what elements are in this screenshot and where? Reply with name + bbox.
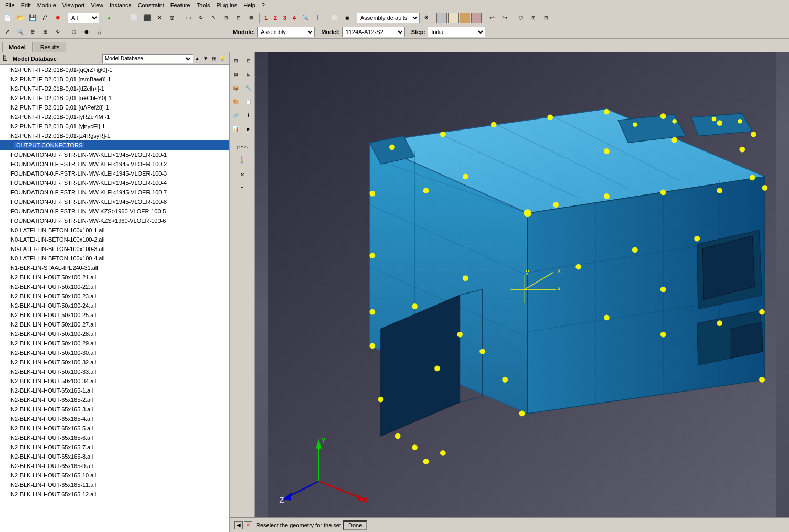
tree-item[interactable]: N2-BLK-LIN-HOUT-65x165-8.all [0,452,229,461]
side-icon-seed[interactable]: ⊞ [230,55,242,67]
shaded-btn[interactable]: ◼ [341,12,353,24]
tool4[interactable]: ⊞ [220,12,232,24]
side-icon-prop[interactable]: 📋 [243,96,254,107]
ref-pt-btn[interactable]: ⊕ [166,12,178,24]
view3d-btn[interactable]: ⬡ [515,12,527,24]
color3-btn[interactable] [460,13,470,23]
tree-item[interactable]: N0-LATEI-LIN-BETON-100x100-3.all [0,244,229,254]
side-icon-extra2[interactable]: + [237,181,248,193]
tree-item[interactable]: N2-PUNT-IF-D2,01B-0,01-[z4RgsyR]-1 [0,131,229,140]
step-select[interactable]: Initial [428,27,485,37]
tool-extra[interactable]: ⊟ [540,12,552,24]
tree-item[interactable]: N2-BLK-LIN-HOUT-65x165-11.all [0,480,229,490]
rotate3d-btn[interactable]: ↻ [52,26,63,38]
num1-btn[interactable]: 1 [262,13,270,23]
tree-item[interactable]: N2-BLK-LIN-HOUT-50x100-32.all [0,357,229,367]
assembly-defaults-dropdown[interactable]: Assembly defaults [357,13,420,23]
tree-item[interactable]: N2-PUNT-IF-D2,01B-0,01-[uAPef28]-1 [0,103,229,112]
tool6[interactable]: ⊠ [246,12,257,24]
zoom-btn[interactable]: 🔍 [14,26,26,38]
tree-item[interactable]: N2-BLK-LIN-HOUT-50x100-33.all [0,367,229,376]
tree-item[interactable]: N2-BLK-LIN-HOUT-50x100-29.all [0,339,229,348]
panel-light-btn[interactable]: 💡 [218,55,227,63]
menu-feature[interactable]: Feature [167,2,194,9]
tool5[interactable]: ⊟ [233,12,244,24]
assembly-icon-btn[interactable]: ⚙ [420,12,432,24]
color4-btn[interactable] [471,13,482,23]
tree-item[interactable]: FOUNDATION-0.F-FSTR-LIN-MW-KLEl<1945-VLO… [0,178,229,188]
view-box-btn[interactable]: ⬡ [68,26,80,38]
side-icon-mesh[interactable]: ⊟ [243,55,254,67]
side-icon-load[interactable]: ⬇ [243,110,254,121]
menu-question[interactable]: ? [259,2,268,9]
tree-item[interactable]: N2-BLK-LIN-HOUT-50x100-25.all [0,310,229,320]
tree-item[interactable]: N0-LATEI-LIN-BETON-100x100-4.all [0,254,229,263]
tree-item[interactable]: N2-BLK-LIN-HOUT-50x100-28.all [0,329,229,339]
tree-item[interactable]: N2-BLK-LIN-HOUT-65x165-7.all [0,442,229,452]
status-left-btn[interactable]: ◀ [234,521,243,529]
redo-btn[interactable]: ↪ [499,12,510,24]
tree-item[interactable]: N2-PUNT-IF-D2,01B-0,01-[u+CbEY0]-1 [0,93,229,103]
print-button[interactable]: 🖨 [39,12,51,24]
face-btn[interactable]: ⬜ [129,12,140,24]
rotate-btn[interactable]: ↻ [195,12,207,24]
tree-item[interactable]: N2-BLK-LIN-HOUT-65x165-1.all [0,386,229,395]
tree-item[interactable]: N2-BLK-LIN-HOUT-65x165-5.all [0,424,229,433]
tree-item[interactable]: N2-BLK-LIN-HOUT-50x100-22.all [0,282,229,291]
color2-btn[interactable] [448,13,459,23]
new-button[interactable]: 📄 [2,12,13,24]
side-icon-walk[interactable]: 🚶 [237,154,248,166]
tree-item[interactable]: FOUNDATION-0.F-FSTR-LIN-MW-KLEl<1945-VLO… [0,159,229,169]
side-icon-step[interactable]: 📊 [230,123,242,135]
menu-instance[interactable]: Instance [106,2,135,9]
side-icon-view[interactable]: ⊡ [243,69,254,80]
side-icon-bc[interactable]: 🔗 [230,110,242,121]
info-btn[interactable]: i [312,12,324,24]
panel-filter-btn[interactable]: ⊞ [210,55,218,63]
select-mode-dropdown[interactable]: All [68,13,99,23]
abort-button[interactable]: ■ [52,12,63,24]
tree-item[interactable]: N1-BLK-LIN-STAAL-IPE240-31.all [0,263,229,273]
tree-item[interactable]: N2-BLK-LIN-HOUT-50x100-30.all [0,348,229,357]
tree-item[interactable]: N2-BLK-LIN-HOUT-50x100-21.all [0,273,229,282]
undo-btn[interactable]: ↩ [486,12,498,24]
tree-item[interactable]: N0-LATEI-LIN-BETON-100x100-2.all [0,235,229,244]
tree-item[interactable]: N2-PUNT-IF-D2,01B-0,01-[yjnycEl]-1 [0,122,229,131]
menu-tools[interactable]: Tools [194,2,214,9]
tree-item[interactable]: N2-PUNT-IF-D2,01B-0,01-[yRZe7lM]-1 [0,112,229,122]
tree-item[interactable]: FOUNDATION-0.F-FSTR-LIN-MW-KZS>1960-VLOE… [0,207,229,216]
tree-item[interactable]: N2-BLK-LIN-HOUT-50x100-34.all [0,376,229,386]
tree-item[interactable]: N2-PUNT-IF-D2,01B-0,01-[qQrZ+@0]-1 [0,65,229,74]
zoom-all-btn[interactable]: ⊕ [27,26,38,38]
open-button[interactable]: 📂 [14,12,26,24]
tree-item[interactable]: N0-LATEI-LIN-BETON-100x100-1.all [0,225,229,235]
model-tab[interactable]: Model [2,42,33,52]
num4-btn[interactable]: 4 [290,13,298,23]
vertex-btn[interactable]: ▲ [103,12,115,24]
side-icon-assign[interactable]: ⊠ [230,69,242,80]
menu-plugins[interactable]: Plug-ins [213,2,240,9]
tree-item[interactable]: !OUTPUT-CONNECTORS [0,140,229,150]
color1-btn[interactable] [436,13,447,23]
query-btn[interactable]: 🔍 [300,12,311,24]
side-icon-inst[interactable]: 🔧 [243,82,254,94]
tree-item[interactable]: FOUNDATION-0.F-FSTR-LIN-MW-KLEl<1945-VLO… [0,197,229,207]
side-icon-job[interactable]: ▶ [243,123,254,135]
side-icon-xyz[interactable]: (XYZ) [235,141,250,153]
tree-item[interactable]: N2-BLK-LIN-HOUT-50x100-23.all [0,291,229,301]
tree-item[interactable]: FOUNDATION-0.F-FSTR-LIN-MW-KLEl<1945-VLO… [0,188,229,197]
module-select[interactable]: Assembly [257,27,315,37]
tree-item[interactable]: N2-BLK-LIN-HOUT-65x165-10.all [0,471,229,480]
view-box2-btn[interactable]: ⬢ [81,26,92,38]
save-button[interactable]: 💾 [27,12,38,24]
tree-item[interactable]: N2-BLK-LIN-HOUT-50x100-27.all [0,320,229,329]
tree-item[interactable]: N2-PUNT-IF-D2,01B-0,01-[tIZclh+]-1 [0,84,229,93]
cell-btn[interactable]: ⬛ [141,12,153,24]
tree-item[interactable]: N2-BLK-LIN-HOUT-50x100-24.all [0,301,229,310]
tree-item[interactable]: N2-BLK-LIN-HOUT-65x165-4.all [0,414,229,424]
tree-item[interactable]: N2-BLK-LIN-HOUT-65x165-3.all [0,405,229,414]
side-icon-extra1[interactable]: ✕ [237,169,248,180]
menu-module[interactable]: Module [34,2,59,9]
scale-btn[interactable]: ⤡ [208,12,219,24]
panel-scope-dropdown[interactable]: Model Database [102,54,193,63]
